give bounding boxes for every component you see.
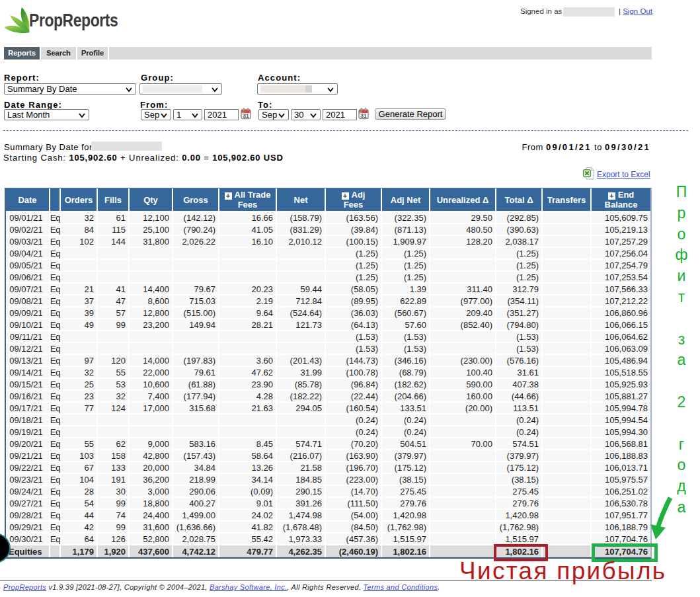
- svg-text:31: 31: [360, 112, 367, 119]
- svg-text:31: 31: [243, 112, 249, 119]
